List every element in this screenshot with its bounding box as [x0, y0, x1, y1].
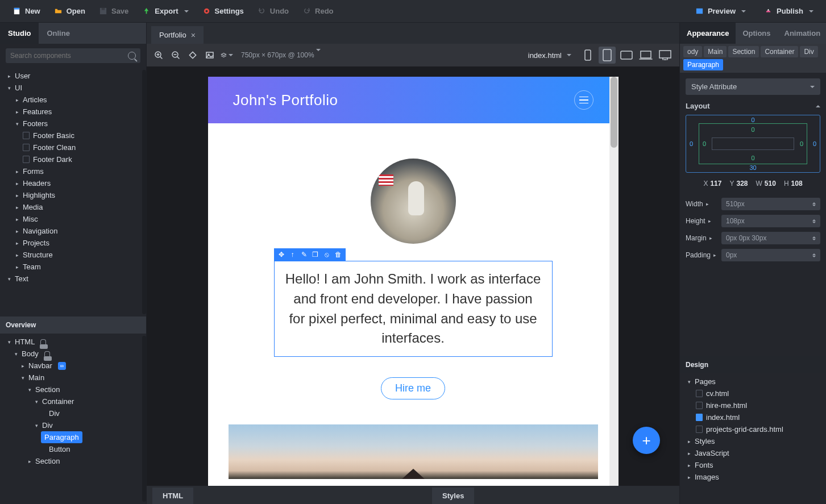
arrow-up-icon[interactable]: ↑: [288, 249, 298, 260]
redo-icon: [302, 7, 311, 15]
tree-item-forms[interactable]: Forms: [0, 165, 146, 177]
hire-me-button[interactable]: Hire me: [381, 377, 445, 399]
layers-icon[interactable]: [221, 49, 233, 61]
rtab-options[interactable]: Options: [736, 23, 777, 44]
avatar-image[interactable]: [371, 159, 456, 244]
ov-main[interactable]: Main: [0, 372, 146, 384]
selected-element[interactable]: ✥ ↑ ✎ ❐ ⦸ 🗑 Hello! I am John Smith. I wo…: [274, 261, 553, 357]
device-tablet-portrait[interactable]: [599, 47, 616, 64]
crumb-body[interactable]: ody: [683, 46, 702, 57]
prop-width[interactable]: Width510px: [686, 198, 820, 210]
design-fonts[interactable]: Fonts: [680, 459, 826, 471]
rotate-icon[interactable]: [186, 49, 199, 61]
ov-div2[interactable]: Div: [0, 419, 146, 431]
landscape-image[interactable]: [229, 424, 598, 479]
file-index[interactable]: index.html: [680, 411, 826, 423]
design-js[interactable]: JavaScript: [680, 447, 826, 459]
tree-item-features[interactable]: Features: [0, 106, 146, 118]
ov-button[interactable]: Button: [0, 443, 146, 455]
tab-studio[interactable]: Studio: [0, 23, 39, 44]
search-input-wrap[interactable]: [6, 48, 140, 63]
edit-icon[interactable]: ✎: [299, 249, 309, 260]
tree-item-headers[interactable]: Headers: [0, 177, 146, 189]
tree-item-ui[interactable]: UI: [0, 82, 146, 94]
tree-item-footer-dark[interactable]: Footer Dark: [0, 153, 146, 165]
tree-item-navigation[interactable]: Navigation: [0, 225, 146, 237]
open-button[interactable]: Open: [47, 5, 92, 18]
crumb-paragraph[interactable]: Paragraph: [683, 59, 723, 70]
image-icon[interactable]: [204, 49, 216, 61]
tree-item-misc[interactable]: Misc: [0, 213, 146, 225]
device-tablet-landscape[interactable]: [618, 47, 635, 64]
ov-section2[interactable]: Section: [0, 455, 146, 467]
layout-header[interactable]: Layout: [686, 102, 820, 110]
tree-item-media[interactable]: Media: [0, 201, 146, 213]
tree-item-structure[interactable]: Structure: [0, 249, 146, 261]
settings-button[interactable]: Settings: [196, 5, 251, 18]
rtab-appearance[interactable]: Appearance: [680, 23, 736, 44]
file-cv[interactable]: cv.html: [680, 388, 826, 399]
zoom-out-icon[interactable]: [169, 49, 182, 61]
ov-section[interactable]: Section: [0, 384, 146, 395]
tree-item-projects[interactable]: Projects: [0, 237, 146, 249]
add-fab[interactable]: +: [633, 427, 660, 454]
crumb-section[interactable]: Section: [728, 46, 759, 57]
intro-paragraph[interactable]: Hello! I am John Smith. I work as interf…: [274, 261, 553, 357]
ov-paragraph[interactable]: Paragraph: [41, 431, 82, 443]
preview-button[interactable]: Preview: [688, 5, 753, 18]
file-projects[interactable]: projects-grid-cards.html: [680, 423, 826, 435]
device-desktop[interactable]: [657, 47, 674, 64]
tree-item-footer-basic[interactable]: Footer Basic: [0, 130, 146, 141]
hamburger-icon[interactable]: [574, 90, 593, 110]
rtab-animation[interactable]: Animation: [778, 23, 826, 44]
move-icon[interactable]: ✥: [276, 249, 287, 260]
tree-item-text[interactable]: Text: [0, 273, 146, 285]
ov-navbar[interactable]: Navbar∞: [0, 360, 146, 372]
ov-container[interactable]: Container: [0, 395, 146, 407]
export-button[interactable]: Export: [135, 5, 195, 18]
prop-margin[interactable]: Margin0px 0px 30px: [686, 232, 820, 244]
prop-height[interactable]: Height108px: [686, 215, 820, 227]
zoom-in-icon[interactable]: [152, 49, 165, 61]
scrollbar[interactable]: [142, 70, 146, 314]
ov-body[interactable]: Body: [0, 348, 146, 360]
tab-online[interactable]: Online: [39, 23, 77, 44]
file-hireme[interactable]: hire-me.html: [680, 399, 826, 411]
canvas-dimensions[interactable]: 750px × 670px @ 100%: [241, 51, 321, 59]
tree-item-footers[interactable]: Footers: [0, 118, 146, 130]
page-scrollbar[interactable]: [609, 77, 619, 486]
design-images[interactable]: Images: [680, 471, 826, 483]
scrollbar[interactable]: [142, 336, 146, 502]
file-tab-portfolio[interactable]: Portfolio ×: [151, 26, 204, 44]
design-pages[interactable]: Pages: [680, 376, 826, 388]
hero-section[interactable]: John's Portfolio: [208, 77, 619, 123]
ov-html[interactable]: HTML: [0, 336, 146, 348]
crumb-main[interactable]: Main: [704, 46, 727, 57]
bottom-tab-html[interactable]: HTML: [152, 488, 193, 504]
design-styles[interactable]: Styles: [680, 435, 826, 447]
device-laptop[interactable]: [637, 47, 654, 64]
hide-icon[interactable]: ⦸: [322, 249, 332, 260]
tree-item-user[interactable]: User: [0, 70, 146, 82]
file-selector[interactable]: index.html: [528, 51, 571, 60]
design-tab[interactable]: Design: [680, 356, 826, 373]
close-icon[interactable]: ×: [191, 31, 196, 39]
box-model[interactable]: 0 30 0 0 0 0 0 0: [686, 115, 820, 173]
device-mobile[interactable]: [579, 47, 596, 64]
bottom-tab-styles[interactable]: Styles: [432, 488, 474, 504]
tree-item-articles[interactable]: Articles: [0, 94, 146, 106]
style-attribute-select[interactable]: Style Attribute: [686, 78, 820, 95]
crumb-container[interactable]: Container: [761, 46, 798, 57]
publish-button[interactable]: Publish: [757, 5, 820, 18]
duplicate-icon[interactable]: ❐: [310, 249, 321, 260]
crumb-div[interactable]: Div: [800, 46, 817, 57]
tree-item-footer-clean[interactable]: Footer Clean: [0, 141, 146, 153]
new-button[interactable]: New: [6, 5, 47, 18]
tree-item-team[interactable]: Team: [0, 261, 146, 273]
ov-div1[interactable]: Div: [0, 407, 146, 419]
search-input[interactable]: [10, 52, 128, 60]
prop-padding[interactable]: Padding0px: [686, 249, 820, 261]
tree-item-highlights[interactable]: Highlights: [0, 189, 146, 201]
delete-icon[interactable]: 🗑: [333, 249, 343, 260]
page-preview[interactable]: John's Portfolio ✥ ↑ ✎ ❐ ⦸ 🗑 Hello! I am…: [208, 77, 619, 486]
